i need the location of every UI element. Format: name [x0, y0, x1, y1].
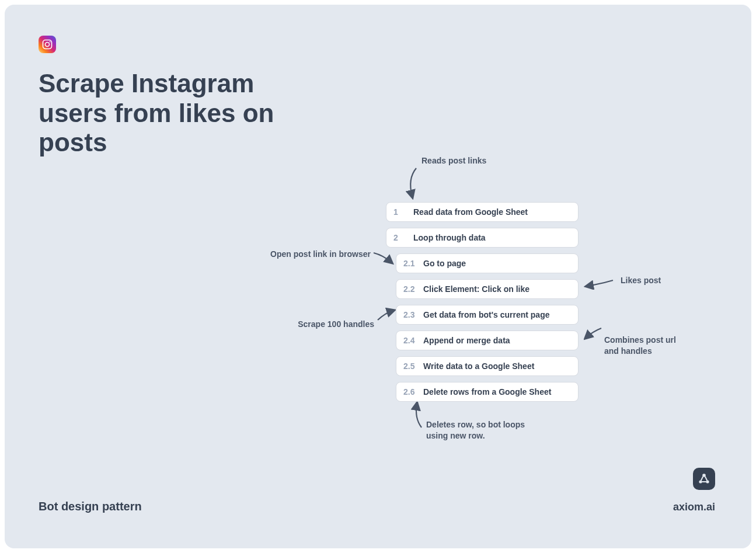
annotation-scrape-handles: Scrape 100 handles — [292, 319, 374, 330]
step-number: 2 — [393, 233, 406, 242]
annotation-combines: Combines post url and handles — [604, 335, 692, 357]
annotation-deletes-row: Deletes row, so bot loops using new row. — [426, 419, 525, 441]
step-label: Read data from Google Sheet — [413, 207, 528, 217]
arrow-combines — [584, 327, 604, 342]
svg-point-1 — [46, 43, 50, 47]
page-title: Scrape Instagram users from likes on pos… — [39, 69, 295, 158]
svg-point-2 — [50, 41, 51, 42]
footer-label: Bot design pattern — [39, 500, 142, 513]
step-row: 2Loop through data — [386, 228, 579, 248]
step-label: Click Element: Click on like — [423, 284, 529, 294]
step-label: Delete rows from a Google Sheet — [423, 387, 551, 397]
step-row: 2.5Write data to a Google Sheet — [396, 356, 579, 376]
footer-brand: axiom.ai — [673, 501, 715, 513]
arrow-open-post-link — [372, 249, 396, 266]
step-number: 2.2 — [403, 284, 416, 294]
step-label: Write data to a Google Sheet — [423, 361, 534, 371]
step-number: 1 — [393, 207, 406, 217]
step-label: Get data from bot's current page — [423, 310, 549, 319]
step-number: 2.6 — [403, 387, 416, 397]
axiom-logo-icon — [693, 468, 715, 490]
step-row: 2.2Click Element: Click on like — [396, 279, 579, 299]
step-row: 2.1Go to page — [396, 253, 579, 273]
step-number: 2.5 — [403, 361, 416, 371]
step-label: Loop through data — [413, 233, 486, 242]
step-row: 2.3Get data from bot's current page — [396, 305, 579, 325]
arrow-likes-post — [584, 277, 616, 290]
step-number: 2.1 — [403, 259, 416, 268]
annotation-open-post-link: Open post link in browser — [260, 249, 371, 260]
step-label: Append or merge data — [423, 336, 510, 345]
step-row: 1Read data from Google Sheet — [386, 202, 579, 222]
instagram-icon — [39, 36, 56, 53]
step-row: 2.6Delete rows from a Google Sheet — [396, 382, 579, 402]
annotation-likes-post: Likes post — [621, 275, 661, 286]
step-label: Go to page — [423, 259, 466, 268]
arrow-scrape-handles — [377, 307, 397, 324]
annotation-reads-post-links: Reads post links — [421, 155, 486, 166]
arrow-deletes-row — [411, 402, 425, 431]
svg-point-4 — [699, 480, 702, 483]
step-number: 2.3 — [403, 310, 416, 319]
svg-point-5 — [706, 480, 709, 483]
diagram-canvas: Scrape Instagram users from likes on pos… — [5, 5, 751, 548]
arrow-reads-post-links — [402, 167, 425, 202]
step-row: 2.4Append or merge data — [396, 331, 579, 350]
step-number: 2.4 — [403, 336, 416, 345]
